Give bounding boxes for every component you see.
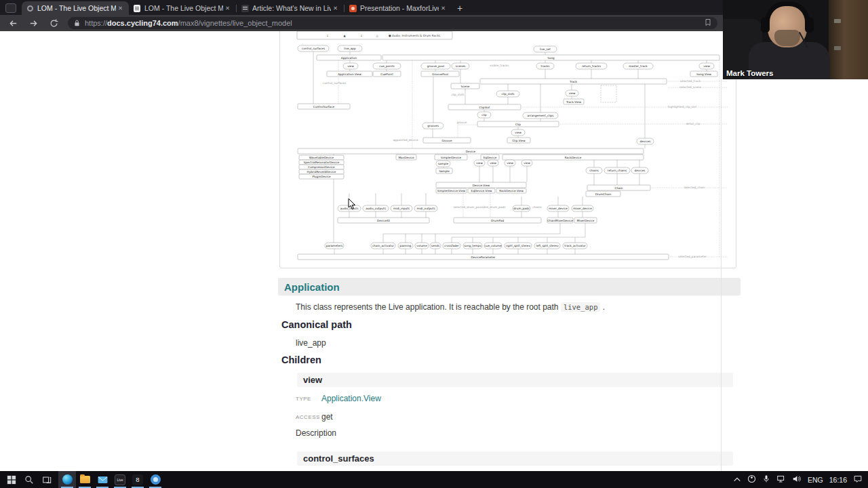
svg-text:left_split_stereo: left_split_stereo: [536, 244, 559, 247]
svg-text:groove: groove: [457, 121, 467, 124]
ableton-favicon: [241, 4, 249, 12]
taskbar-max8-icon[interactable]: 8: [129, 471, 146, 488]
taskbar-mail-icon[interactable]: [94, 471, 111, 488]
tab-close-icon[interactable]: ✕: [439, 3, 448, 13]
access-value: get: [321, 412, 333, 422]
svg-text:chains: chains: [532, 205, 542, 209]
refresh-icon[interactable]: [46, 16, 61, 30]
new-tab-button[interactable]: +: [457, 3, 462, 13]
svg-text:HybridReverbDevice: HybridReverbDevice: [307, 170, 336, 174]
address-bar[interactable]: https://docs.cycling74.com/max8/vignette…: [68, 17, 717, 29]
application-view-link[interactable]: Application.View: [321, 394, 381, 403]
svg-text:grooves: grooves: [427, 124, 439, 127]
svg-text:crossfader: crossfader: [444, 244, 459, 247]
webcam-person-beard: [774, 30, 800, 46]
svg-text:EqDevice: EqDevice: [484, 156, 497, 159]
child-view-header: view: [297, 373, 733, 387]
svg-text:ChainMixerDevice: ChainMixerDevice: [547, 219, 573, 222]
browser-tab[interactable]: LOM - The Live Object Model Re ✕: [129, 1, 236, 15]
svg-text:live_set: live_set: [540, 47, 551, 51]
page-viewport[interactable]: ApplicationSongApplication.ViewCuePointG…: [0, 31, 868, 471]
tray-network-icon[interactable]: [776, 474, 786, 485]
tab-close-icon[interactable]: ✕: [331, 3, 340, 13]
svg-text:DrumChain: DrumChain: [595, 192, 612, 196]
svg-text:Device: Device: [466, 150, 476, 153]
svg-text:EqDevice.View: EqDevice.View: [471, 189, 492, 192]
browser-tab[interactable]: Article: What's New in Live 11, P ✕: [237, 1, 344, 15]
svg-text:Track.View: Track.View: [566, 100, 582, 104]
taskbar-ableton-live-icon[interactable]: Live: [111, 471, 129, 488]
svg-text:ClipSlot: ClipSlot: [479, 106, 490, 109]
browser-tab-active[interactable]: LOM - The Live Object Model - M ✕: [22, 1, 129, 15]
svg-text:Song.View: Song.View: [696, 73, 711, 76]
svg-text:detail_clip: detail_clip: [686, 122, 700, 125]
svg-text:DeviceIO: DeviceIO: [377, 219, 391, 222]
bookmark-icon[interactable]: [704, 17, 712, 29]
back-icon[interactable]: [5, 16, 20, 30]
svg-text:groove_pool: groove_pool: [427, 64, 445, 68]
tray-language-label[interactable]: ENG: [808, 476, 823, 484]
svg-text:↓: ↓: [360, 34, 363, 37]
task-view-icon[interactable]: [38, 471, 56, 488]
svg-text:ControlSurface: ControlSurface: [313, 105, 335, 108]
svg-text:devices: devices: [635, 169, 646, 172]
svg-text:visible_drum_pads: visible_drum_pads: [479, 205, 506, 209]
start-button[interactable]: [3, 471, 20, 488]
svg-text:audio_outputs: audio_outputs: [366, 207, 386, 210]
svg-text:cue_points: cue_points: [379, 64, 395, 68]
svg-text:selected_track: selected_track: [680, 79, 701, 83]
tab-title: Presentation - MaxforLive and th: [360, 4, 439, 12]
action-center-icon[interactable]: [853, 474, 863, 485]
tab-close-icon[interactable]: ✕: [223, 3, 232, 13]
svg-text:mixer_device: mixer_device: [549, 207, 568, 210]
svg-text:highlighted_clip_slot: highlighted_clip_slot: [668, 105, 697, 108]
taskbar-file-explorer-icon[interactable]: [76, 471, 94, 488]
svg-text:clip_slots: clip_slots: [451, 93, 464, 96]
lom-diagram: ApplicationSongApplication.ViewCuePointG…: [279, 31, 736, 268]
svg-text:view: view: [490, 161, 496, 165]
tray-volume-icon[interactable]: [792, 474, 802, 485]
svg-text:Groove: Groove: [441, 139, 452, 142]
search-icon[interactable]: [20, 471, 38, 488]
svg-text:WavetableDevice: WavetableDevice: [309, 156, 334, 159]
svg-text:SimplerDevice.View: SimplerDevice.View: [437, 189, 466, 192]
headphone-cup-right: [805, 18, 814, 33]
lock-icon: [73, 19, 81, 27]
mouse-cursor: [348, 199, 356, 213]
svg-text:selected_drum_pad: selected_drum_pad: [454, 205, 481, 209]
svg-text:control_surfaces: control_surfaces: [323, 81, 346, 85]
svg-text:visible_tracks: visible_tracks: [490, 64, 509, 67]
cycling74-favicon: [26, 4, 34, 12]
svg-text:tracks: tracks: [541, 64, 550, 68]
tray-chevron-icon[interactable]: [733, 476, 741, 484]
tab-title: LOM - The Live Object Model - M: [37, 4, 116, 12]
svg-text:right_split_stereo: right_split_stereo: [506, 244, 530, 247]
svg-text:view: view: [507, 161, 513, 165]
svg-text:drum_pads: drum_pads: [513, 207, 529, 210]
taskbar-edge-icon[interactable]: [58, 471, 76, 488]
tray-microphone-icon[interactable]: [762, 474, 770, 485]
svg-text:arrangement_clips: arrangement_clips: [528, 114, 554, 117]
svg-text:● Audio, Instruments & Drum Ra: ● Audio, Instruments & Drum Racks: [389, 34, 440, 37]
tab-close-icon[interactable]: ✕: [116, 3, 125, 13]
tray-clock[interactable]: 16:16: [829, 476, 847, 484]
svg-text:midi_outputs: midi_outputs: [416, 207, 435, 210]
tray-obs-icon[interactable]: [747, 474, 756, 485]
forward-icon[interactable]: [26, 16, 41, 30]
svg-text:Application.View: Application.View: [338, 73, 361, 76]
svg-text:live_app: live_app: [344, 47, 356, 50]
svg-text:return_tracks: return_tracks: [582, 64, 601, 68]
svg-text:view: view: [476, 161, 483, 165]
svg-text:volume: volume: [416, 244, 427, 247]
browser-tab[interactable]: Presentation - MaxforLive and th ✕: [344, 1, 452, 15]
svg-text:MixerDevice: MixerDevice: [577, 219, 595, 222]
taskbar-meeting-app-icon[interactable]: [146, 471, 164, 488]
webcam-overlay: Mark Towers: [723, 0, 868, 79]
svg-text:MaxDevice: MaxDevice: [399, 156, 414, 159]
children-heading: Children: [281, 354, 321, 365]
svg-text:Device.View: Device.View: [473, 184, 490, 187]
svg-text:appointed_device: appointed_device: [393, 138, 418, 142]
svg-text:cue_volume: cue_volume: [484, 244, 502, 247]
application-section-header: Application: [278, 278, 741, 296]
page-title: Application: [284, 281, 340, 293]
